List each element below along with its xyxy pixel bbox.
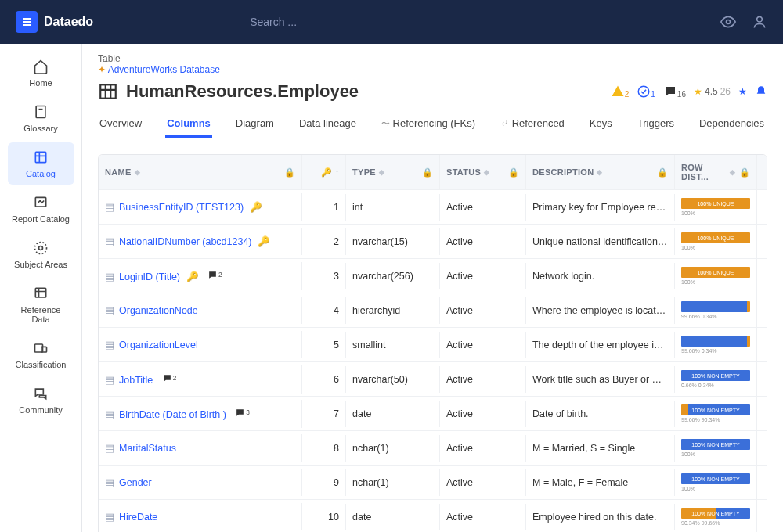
tab-overview[interactable]: Overview (98, 111, 143, 138)
column-link[interactable]: BirthDate (Date of Birth ) (119, 409, 226, 420)
tab-triggers[interactable]: Triggers (636, 111, 676, 138)
logo[interactable]: Dataedo (16, 11, 93, 33)
subject-icon (32, 239, 49, 257)
row-status: Active (440, 504, 526, 530)
row-type: hierarchyid (346, 297, 440, 324)
sidebar-item-subject-areas[interactable]: Subject Areas (8, 233, 74, 275)
table-row[interactable]: ▤OrganizationNode4hierarchyidActiveWhere… (99, 293, 767, 327)
tab-dependencies[interactable]: Dependencies (698, 111, 766, 138)
svg-rect-5 (36, 106, 45, 118)
user-icon[interactable] (752, 14, 767, 30)
th-status[interactable]: STATUS (446, 167, 481, 177)
row-type: nvarchar(50) (346, 366, 440, 393)
table-row[interactable]: ▤LoginID (Title) 🔑 23nvarchar(256)Active… (99, 258, 767, 293)
row-type: date (346, 504, 440, 530)
row-distribution: 99.66% 0.34% (675, 293, 757, 327)
column-icon: ▤ (105, 236, 114, 247)
table-row[interactable]: ▤Gender9nchar(1)ActiveM = Male, F = Fema… (99, 465, 767, 499)
tabs: OverviewColumnsDiagramData lineage⤳ Refe… (98, 111, 767, 138)
column-link[interactable]: MaritalStatus (119, 443, 176, 454)
row-status: Active (440, 228, 526, 255)
page-title: HumanResources.Employee (126, 81, 359, 102)
comment-badge[interactable]: 2 (207, 270, 222, 280)
row-index: 4 (302, 297, 346, 324)
row-index: 5 (302, 332, 346, 358)
key-sort-icon[interactable]: 🔑 (321, 167, 332, 178)
row-distribution: 100% NON EMPTY99.66% 90.34% (675, 397, 757, 430)
tab-keys[interactable]: Keys (588, 111, 614, 138)
app-name: Dataedo (44, 15, 93, 29)
sidebar-item-label: Community (19, 405, 63, 415)
th-rowdist[interactable]: ROW DIST... (681, 163, 727, 182)
table-row[interactable]: ▤BusinessEntityID (TEST123) 🔑1intActiveP… (99, 189, 767, 224)
sidebar-item-label: Glossary (23, 124, 57, 133)
comments-badge[interactable]: 16 (663, 84, 686, 99)
svg-point-4 (757, 16, 763, 22)
th-description[interactable]: DESCRIPTION (532, 167, 594, 177)
sidebar-item-glossary[interactable]: Glossary (8, 97, 74, 139)
warning-badge[interactable]: 2 (611, 84, 630, 99)
community-icon (32, 385, 49, 402)
row-distribution: 99.66% 0.34% (675, 328, 757, 361)
star-icon[interactable]: ★ (738, 86, 747, 97)
check-badge[interactable]: 1 (637, 84, 655, 99)
column-link[interactable]: OrganizationLevel (119, 340, 198, 350)
column-link[interactable]: Gender (119, 477, 152, 488)
sidebar-item-report-catalog[interactable]: Report Catalog (8, 188, 74, 230)
th-type[interactable]: TYPE (352, 167, 376, 177)
bell-icon[interactable] (755, 85, 767, 98)
table-row[interactable]: ▤BirthDate (Date of Birth ) 37dateActive… (99, 396, 767, 430)
comment-badge[interactable]: 2 (162, 373, 177, 383)
svg-point-3 (727, 20, 731, 24)
tab-data-lineage[interactable]: Data lineage (298, 111, 358, 138)
catalog-icon (32, 149, 49, 166)
eye-icon[interactable] (720, 14, 736, 30)
row-index: 1 (302, 194, 346, 221)
svg-point-8 (39, 246, 43, 250)
th-name[interactable]: NAME (105, 167, 132, 177)
row-description: Date of birth. (526, 401, 675, 427)
lock-icon: 🔒 (508, 167, 519, 178)
row-status: Active (440, 297, 526, 324)
sidebar-item-classification[interactable]: Classification (8, 333, 74, 376)
tab-columns[interactable]: Columns (165, 111, 212, 138)
column-link[interactable]: OrganizationNode (119, 305, 198, 316)
sidebar-item-home[interactable]: Home (8, 52, 74, 94)
lock-icon: 🔒 (657, 167, 668, 178)
column-link[interactable]: BusinessEntityID (TEST123) (119, 202, 244, 213)
tab-referencing-fks-[interactable]: ⤳ Referencing (FKs) (380, 111, 477, 138)
column-link[interactable]: LoginID (Title) (119, 271, 180, 282)
table-row[interactable]: ▤NationalIDNumber (abcd1234) 🔑2nvarchar(… (99, 224, 767, 258)
column-link[interactable]: JobTitle (119, 375, 153, 386)
table-row[interactable]: ▤JobTitle 26nvarchar(50)ActiveWork title… (99, 361, 767, 396)
table-row[interactable]: ▤MaritalStatus8nchar(1)ActiveM = Married… (99, 430, 767, 465)
table-row[interactable]: ▤OrganizationLevel5smallintActiveThe dep… (99, 327, 767, 361)
search-input[interactable]: Search ... (250, 16, 297, 28)
row-description: Employee hired on this date. (526, 504, 675, 530)
table-row[interactable]: ▤HireDate10dateActiveEmployee hired on t… (99, 499, 767, 532)
key-icon: 🔑 (186, 271, 199, 282)
column-icon: ▤ (105, 512, 114, 523)
row-status: Active (440, 469, 526, 496)
comment-badge[interactable]: 3 (235, 408, 250, 418)
row-description: Unique national identification numb... (526, 228, 675, 255)
row-index: 3 (302, 263, 346, 289)
tab-referenced[interactable]: ⤶ Referenced (499, 111, 566, 138)
sidebar-item-reference-data[interactable]: Reference Data (8, 279, 74, 330)
svg-rect-1 (23, 21, 31, 23)
tab-diagram[interactable]: Diagram (234, 111, 276, 138)
row-type: date (346, 401, 440, 427)
row-type: nchar(1) (346, 469, 440, 496)
column-link[interactable]: HireDate (119, 512, 157, 523)
sidebar-item-community[interactable]: Community (8, 379, 74, 421)
row-distribution: 100% UNIQUE100% (675, 259, 757, 293)
rating[interactable]: ★4.526 (694, 86, 731, 97)
key-icon: 🔑 (250, 202, 262, 213)
home-icon (32, 58, 49, 75)
row-description: M = Male, F = Female (526, 469, 675, 496)
row-index: 7 (302, 401, 346, 427)
sidebar-item-catalog[interactable]: Catalog (8, 142, 74, 185)
breadcrumb-db-link[interactable]: AdventureWorks Database (108, 64, 220, 75)
column-link[interactable]: NationalIDNumber (abcd1234) (119, 236, 252, 247)
row-type: smallint (346, 332, 440, 358)
